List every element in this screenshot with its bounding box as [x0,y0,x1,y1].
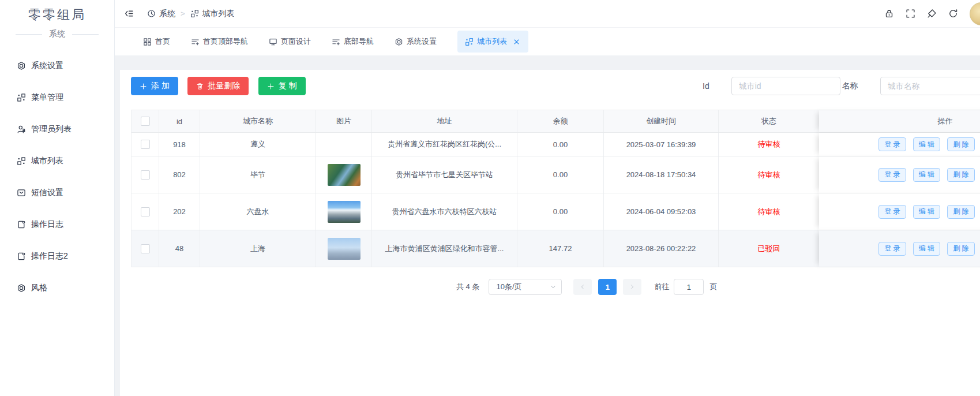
cell-image [316,133,371,156]
next-page-button[interactable] [623,279,641,295]
cell-status: 待审核 [718,156,819,193]
cell-balance-value: 0.00 [553,170,568,179]
column-header: 创建时间 [603,110,718,132]
tab-5[interactable]: 城市列表 [457,31,528,53]
add-button[interactable]: 添 加 [131,77,178,95]
edit-button[interactable]: 编 辑 [913,168,940,182]
tab-0[interactable]: 首页 [143,31,170,53]
id-filter-label: Id [703,81,709,91]
column-header-label: 图片 [336,116,351,126]
tab-3[interactable]: 底部导航 [332,31,374,53]
sidebar-item-7[interactable]: 风格 [0,272,114,304]
user-avatar[interactable] [970,2,980,25]
cell-id: 48 [159,230,200,267]
sidebar-item-4[interactable]: 短信设置 [0,177,114,208]
header-checkbox-cell [132,110,159,132]
sidebar-item-1[interactable]: 菜单管理 [0,81,114,113]
sidebar-item-2[interactable]: 管理员列表 [0,113,114,145]
cell-created-time: 2024-06-04 09:52:03 [603,193,718,230]
city-id-input[interactable] [731,77,840,95]
lock-icon[interactable] [884,9,894,18]
fullscreen-icon[interactable] [906,9,915,18]
city-name-input[interactable] [880,77,980,95]
sidebar-item-label: 管理员列表 [31,124,72,135]
batch-delete-button[interactable]: 批量删除 [187,77,249,95]
delete-button[interactable]: 删 除 [947,168,974,182]
row-checkbox[interactable] [141,244,150,253]
breadcrumb-label: 城市列表 [202,9,235,19]
sidebar-item-5[interactable]: 操作日志 [0,208,114,240]
column-header-label: id [177,117,182,126]
page-size-select[interactable]: 10条/页 [489,279,562,295]
row-checkbox[interactable] [141,207,150,216]
theme-icon[interactable] [927,9,937,18]
breadcrumb-separator: > [181,9,185,18]
user-icon [17,125,26,134]
login-button[interactable]: 登 录 [878,168,906,182]
collapse-sidebar-icon[interactable] [124,9,134,18]
delete-button[interactable]: 删 除 [947,205,974,219]
main-area: 系统 > 城市列表 首页首页顶部导航页面设计底部导航系统设置城市列表 添 加 [114,0,980,396]
chevron-right-icon [629,283,636,290]
nodes-icon [17,93,26,102]
cell-address: 贵州省遵义市红花岗区红花岗(公... [371,133,517,156]
login-button[interactable]: 登 录 [878,205,906,219]
tab-label: 底部导航 [344,36,374,47]
page-size-value: 10条/页 [496,282,521,292]
sidebar-item-label: 城市列表 [31,156,63,166]
log-icon [17,252,26,261]
sidebar-item-3[interactable]: 城市列表 [0,145,114,177]
tabbar: 首页首页顶部导航页面设计底部导航系统设置城市列表 [114,28,980,56]
cell-status: 已驳回 [718,230,819,267]
tab-4[interactable]: 系统设置 [395,31,437,53]
column-header-label: 余额 [553,116,568,126]
page-number-button[interactable]: 1 [598,279,617,295]
cell-status-value: 待审核 [758,139,780,150]
cell-created-time-value: 2023-08-26 00:22:22 [626,244,696,253]
tab-2[interactable]: 页面设计 [269,31,311,53]
login-button[interactable]: 登 录 [878,137,906,151]
select-all-checkbox[interactable] [141,117,150,126]
sidebar-item-label: 短信设置 [31,188,63,198]
cell-status: 待审核 [718,133,819,156]
cell-image [316,156,371,193]
prev-page-button[interactable] [573,279,592,295]
column-header-label: 操作 [938,116,953,126]
column-header-label: 城市名称 [243,116,273,126]
edit-button[interactable]: 编 辑 [913,205,940,219]
goto-page-input[interactable] [674,279,704,295]
cell-city-name-value: 上海 [250,244,265,254]
cell-city-name-value: 毕节 [250,170,265,180]
tab-1[interactable]: 首页顶部导航 [191,31,248,53]
edit-button[interactable]: 编 辑 [913,242,940,256]
edit-button[interactable]: 编 辑 [913,137,940,151]
breadcrumb-item-city-list[interactable]: 城市列表 [190,9,235,19]
delete-button[interactable]: 删 除 [947,137,974,151]
breadcrumb-item-system[interactable]: 系统 [147,9,175,19]
row-checkbox[interactable] [141,140,150,149]
city-photo-city-blue-sky-clouds [328,201,361,223]
delete-button[interactable]: 删 除 [947,242,974,256]
cell-image [316,230,371,267]
cell-id: 918 [159,133,200,156]
sidebar-item-6[interactable]: 操作日志2 [0,240,114,272]
settings-icon [395,38,403,46]
city-list-card: 添 加 批量删除 复 制 Id 名称 [120,70,980,396]
sidebar-menu: 系统设置菜单管理管理员列表城市列表短信设置操作日志操作日志2风格 [0,50,114,304]
chevron-down-icon [550,283,557,290]
cell-created-time: 2024-08-18 17:50:34 [603,156,718,193]
copy-button[interactable]: 复 制 [258,77,306,95]
cell-address-value: 上海市黄浦区黄浦区绿化和市容管... [385,244,504,254]
login-button[interactable]: 登 录 [878,242,906,256]
tab-label: 页面设计 [281,36,311,47]
close-icon[interactable] [512,38,521,46]
cell-city-name: 上海 [200,230,316,267]
sidebar-item-label: 菜单管理 [31,92,63,103]
cell-balance-value: 0.00 [553,140,568,149]
row-checkbox[interactable] [141,170,150,180]
cell-balance: 0.00 [517,193,603,230]
sidebar-item-0[interactable]: 系统设置 [0,50,114,81]
tab-label: 系统设置 [407,36,437,47]
refresh-icon[interactable] [948,9,958,18]
plus-icon [140,83,147,90]
